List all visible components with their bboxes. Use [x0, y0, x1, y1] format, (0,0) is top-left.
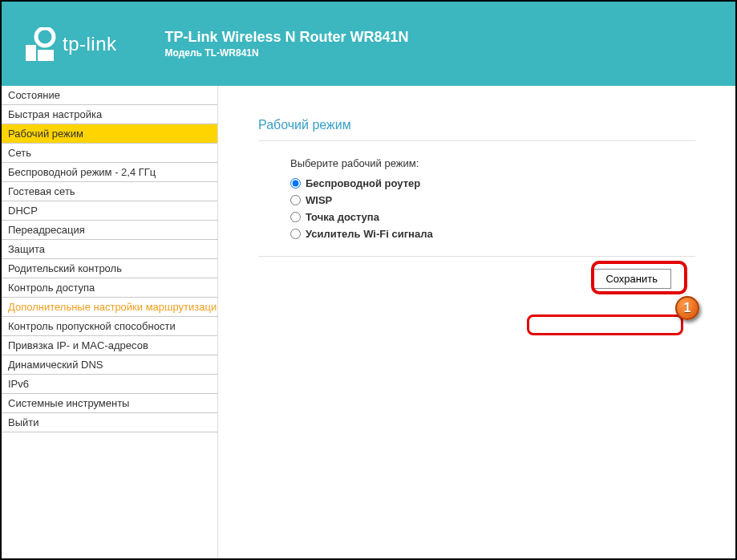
- sidebar-item[interactable]: Динамический DNS: [2, 355, 217, 375]
- brand-logo: tp-link: [26, 27, 117, 61]
- page-title: Рабочий режим: [258, 118, 695, 132]
- radio-label[interactable]: Беспроводной роутер: [306, 177, 420, 189]
- sidebar-item[interactable]: Быстрая настройка: [2, 105, 217, 124]
- sidebar-item[interactable]: Дополнительные настройки маршрутизации: [2, 298, 217, 317]
- sidebar-item[interactable]: Привязка IP- и MAC-адресов: [2, 336, 217, 355]
- sidebar-item[interactable]: Рабочий режим: [2, 124, 217, 144]
- radio-input[interactable]: [290, 229, 301, 239]
- radio-option[interactable]: Усилитель Wi-Fi сигнала: [290, 228, 695, 240]
- radio-label[interactable]: Усилитель Wi-Fi сигнала: [306, 228, 433, 240]
- divider: [258, 140, 695, 141]
- sidebar-item[interactable]: Контроль пропускной способности: [2, 317, 217, 336]
- divider: [258, 256, 695, 257]
- brand-text: tp-link: [63, 33, 117, 55]
- radio-input[interactable]: [290, 195, 301, 205]
- svg-rect-2: [38, 50, 54, 61]
- content-area: Рабочий режим Выберите рабочий режим: Бе…: [218, 86, 735, 558]
- sidebar-item[interactable]: Родительский контроль: [2, 259, 217, 278]
- product-model: Модель TL-WR841N: [165, 47, 409, 59]
- product-title: TP-Link Wireless N Router WR841N: [165, 29, 409, 46]
- radio-option[interactable]: Точка доступа: [290, 211, 695, 223]
- header-title-block: TP-Link Wireless N Router WR841N Модель …: [165, 29, 409, 59]
- sidebar-item[interactable]: Контроль доступа: [2, 278, 217, 298]
- sidebar: СостояниеБыстрая настройкаРабочий режимС…: [2, 86, 218, 558]
- annotation-marker-1: 1: [675, 296, 699, 320]
- radio-label[interactable]: WISP: [306, 194, 332, 206]
- sidebar-item[interactable]: Защита: [2, 240, 217, 259]
- mode-prompt: Выберите рабочий режим:: [290, 157, 695, 169]
- sidebar-item[interactable]: Системные инструменты: [2, 394, 217, 413]
- radio-input[interactable]: [290, 212, 301, 222]
- radio-option[interactable]: WISP: [290, 194, 695, 206]
- sidebar-item[interactable]: DHCP: [2, 201, 217, 221]
- sidebar-item[interactable]: IPv6: [2, 375, 217, 394]
- radio-input[interactable]: [290, 178, 301, 189]
- sidebar-item[interactable]: Гостевая сеть: [2, 182, 217, 201]
- save-button[interactable]: Сохранить: [592, 269, 671, 289]
- svg-point-0: [36, 28, 54, 46]
- radio-label[interactable]: Точка доступа: [306, 211, 379, 223]
- annotation-highlight-1: [527, 314, 683, 335]
- header: tp-link TP-Link Wireless N Router WR841N…: [2, 2, 735, 86]
- tplink-icon: [26, 27, 56, 61]
- sidebar-item[interactable]: Переадресация: [2, 221, 217, 240]
- mode-form: Выберите рабочий режим: Беспроводной роу…: [258, 157, 695, 240]
- radio-option[interactable]: Беспроводной роутер: [290, 177, 695, 189]
- sidebar-item[interactable]: Сеть: [2, 144, 217, 163]
- sidebar-item[interactable]: Беспроводной режим - 2,4 ГГц: [2, 163, 217, 182]
- sidebar-item[interactable]: Выйти: [2, 413, 217, 432]
- svg-rect-1: [26, 45, 36, 61]
- sidebar-item[interactable]: Состояние: [2, 86, 217, 105]
